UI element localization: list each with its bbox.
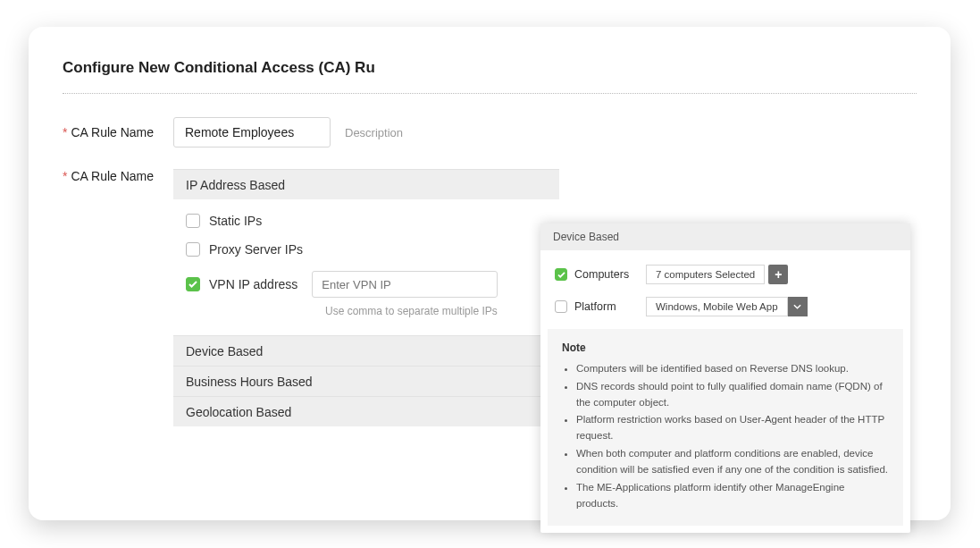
checkbox-icon[interactable] xyxy=(186,242,200,257)
platform-value[interactable]: Windows, Mobile Web App xyxy=(646,297,788,316)
note-title: Note xyxy=(562,341,889,354)
checkbox-icon[interactable] xyxy=(186,277,200,291)
option-label: Static IPs xyxy=(209,214,262,228)
platform-row: Platform Windows, Mobile Web App xyxy=(555,297,896,316)
chevron-down-icon[interactable] xyxy=(788,297,808,316)
note-item: The ME-Applications platform identify ot… xyxy=(576,480,889,512)
panel-body: Computers 7 computers Selected + Platfor… xyxy=(540,250,910,316)
rule-name-input[interactable] xyxy=(173,117,331,148)
section-geo-header[interactable]: Geolocation Based xyxy=(173,396,559,426)
panel-header: Device Based xyxy=(540,223,910,250)
section-hours-header[interactable]: Business Hours Based xyxy=(173,366,559,396)
required-mark: * xyxy=(63,169,67,183)
checkbox-icon[interactable] xyxy=(186,214,200,228)
section-ip-body: Static IPs Proxy Server IPs VPN IP addre… xyxy=(173,199,559,335)
platform-selector: Windows, Mobile Web App xyxy=(646,297,808,316)
option-label: Proxy Server IPs xyxy=(209,242,303,257)
computers-selector: 7 computers Selected + xyxy=(646,265,788,284)
accordion: IP Address Based Static IPs Proxy Server… xyxy=(173,169,559,426)
divider xyxy=(63,93,917,94)
note-item: When both computer and platform conditio… xyxy=(576,446,889,478)
rule-name-row: *CA Rule Name Description xyxy=(63,117,917,148)
option-static-ips[interactable]: Static IPs xyxy=(186,214,547,228)
section-device-header[interactable]: Device Based xyxy=(173,335,559,366)
note-item: DNS records should point to fully qualif… xyxy=(576,379,889,411)
note-box: Note Computers will be identified based … xyxy=(548,329,903,526)
checkbox-icon[interactable] xyxy=(555,300,567,313)
option-label: VPN IP address xyxy=(209,277,297,291)
computers-value[interactable]: 7 computers Selected xyxy=(646,265,765,284)
add-button[interactable]: + xyxy=(768,265,788,284)
device-based-panel: Device Based Computers 7 computers Selec… xyxy=(540,223,910,533)
checkbox-icon[interactable] xyxy=(555,268,567,281)
rule-name-label: *CA Rule Name xyxy=(63,125,173,139)
computers-label: Computers xyxy=(574,268,646,281)
computers-row: Computers 7 computers Selected + xyxy=(555,265,896,284)
criteria-label: *CA Rule Name xyxy=(63,169,173,183)
page-title: Configure New Conditional Access (CA) Ru xyxy=(63,59,917,77)
note-item: Computers will be identified based on Re… xyxy=(576,361,889,377)
section-ip-header[interactable]: IP Address Based xyxy=(173,169,559,199)
platform-label: Platform xyxy=(574,300,646,313)
option-vpn-ip[interactable]: VPN IP address xyxy=(186,271,547,298)
description-placeholder: Description xyxy=(345,126,403,139)
required-mark: * xyxy=(63,125,67,139)
vpn-ip-input[interactable] xyxy=(312,271,498,298)
vpn-ip-hint: Use comma to separate multiple IPs xyxy=(325,305,547,317)
note-item: Platform restriction works based on User… xyxy=(576,412,889,444)
option-proxy-ips[interactable]: Proxy Server IPs xyxy=(186,242,547,257)
note-list: Computers will be identified based on Re… xyxy=(562,361,889,511)
